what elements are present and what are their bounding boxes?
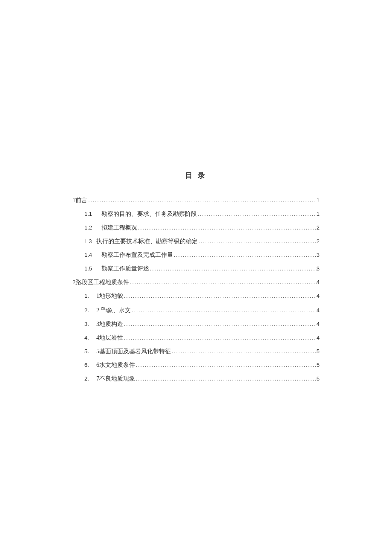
toc-leader-dots [135, 376, 317, 381]
toc-number: 1.2 [84, 225, 96, 230]
toc-entry-1-3: L 3执行的主要技术标准、勘察等级的确定 2 [84, 238, 320, 244]
toc-leader-dots [123, 321, 317, 327]
toc-entry-2-1: 1. 1地形地貌 4 [84, 293, 320, 299]
toc-entry-1-5: 1.5 勘察工作质量评述 3 [84, 266, 320, 272]
toc-entry-2-4: 4. 4地层岩性 4 [84, 335, 320, 341]
toc-text: 勘察工作布置及完成工作量 [101, 252, 173, 258]
toc-leader-dots [123, 293, 317, 299]
toc-page-number: 2 [317, 238, 320, 244]
toc-leader-dots [173, 252, 317, 258]
toc-page-number: 4 [317, 279, 320, 285]
toc-text: 拟建工程概况 [101, 225, 137, 231]
toc-number: 1.4 [84, 252, 96, 258]
toc-number: 4. [84, 335, 96, 340]
toc-text: 路段区工程地质条件 [75, 279, 129, 285]
toc-leader-dots [123, 335, 317, 340]
toc-entry-2-6: 6. 6水文地质条件 5 [84, 362, 320, 368]
toc-entry-1-2: 1.2 拟建工程概况 2 [84, 225, 320, 231]
toc-page-number: 4 [317, 321, 320, 327]
toc-text: 5基面顶面及基岩风化带特征 [96, 349, 171, 355]
toc-number: 6. [84, 362, 96, 368]
toc-text: 勘察的目的、要求、任务及勘察阶段 [101, 211, 197, 217]
toc-text: 执行的主要技术标准、勘察等级的确定 [96, 238, 198, 244]
toc-text: 前言 [75, 198, 87, 203]
toc-leader-dots [131, 308, 316, 313]
toc-entry-2-5: 5. 5基面顶面及基岩风化带特征 5 [84, 349, 320, 355]
toc-text: 3地质构造 [96, 321, 123, 327]
toc-number: 2. [84, 376, 96, 381]
toc-number: 1. [84, 293, 96, 299]
toc-leader-dots [135, 362, 317, 368]
toc-page-number: 1 [317, 198, 320, 203]
toc-leader-dots [137, 225, 317, 230]
toc-number: 3. [84, 321, 96, 327]
toc-page-number: 1 [317, 211, 320, 217]
toc-page-number: 3 [317, 266, 320, 271]
toc-entry-1-4: 1.4 勘察工作布置及完成工作量 3 [84, 252, 320, 258]
toc-leader-dots [171, 349, 317, 354]
toc-page-number: 5 [317, 362, 320, 368]
toc-page-number: 4 [317, 308, 320, 313]
toc-page-number: 5 [317, 349, 320, 354]
toc-page-number: 5 [317, 376, 320, 381]
toc-page-number: 2 [317, 225, 320, 230]
toc-number: 1.1 [84, 211, 96, 217]
toc-text: 7不良地质现象 [96, 376, 135, 382]
toc-entry-2-3: 3. 3地质构造 4 [84, 321, 320, 327]
toc-entry-section-2: 2路段区工程地质条件 4 [72, 279, 320, 285]
toc-number: 1.5 [84, 266, 96, 271]
toc-entry-2-2: 2. 2 ZEt象、水文 4 [84, 307, 320, 314]
toc-text: 勘察工作质量评述 [101, 266, 149, 272]
toc-text: 2 ZEt象、水文 [96, 307, 131, 314]
toc-number: L 3 [84, 238, 96, 244]
toc-page-number: 4 [317, 335, 320, 340]
toc-text: 4地层岩性 [96, 335, 123, 341]
toc-leader-dots [129, 279, 317, 285]
toc-leader-dots [197, 211, 317, 217]
document-page: 目 录 1前言 1 1.1 勘察的目的、要求、任务及勘察阶段 1 1.2 拟建工… [0, 0, 392, 382]
toc-number: 1 [72, 198, 75, 203]
toc-entry-2-7: 2. 7不良地质现象 5 [84, 376, 320, 382]
toc-entry-section-1: 1前言 1 [72, 198, 320, 203]
toc-text: 1地形地貌 [96, 293, 123, 299]
toc-entry-1-1: 1.1 勘察的目的、要求、任务及勘察阶段 1 [84, 211, 320, 217]
toc-leader-dots [149, 266, 317, 271]
toc-leader-dots [198, 238, 317, 244]
toc-text: 6水文地质条件 [96, 362, 135, 368]
toc-number: 2. [84, 308, 96, 313]
toc-leader-dots [87, 198, 317, 203]
toc-title: 目 录 [72, 171, 320, 180]
toc-page-number: 4 [317, 293, 320, 299]
toc-page-number: 3 [317, 252, 320, 258]
toc-number: 2 [72, 279, 75, 285]
toc-number: 5. [84, 349, 96, 354]
